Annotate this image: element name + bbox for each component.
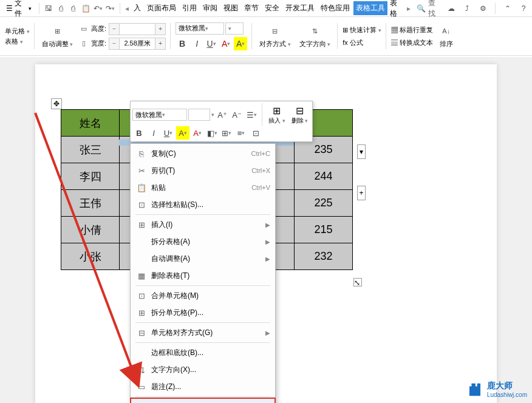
ctx-split-table[interactable]: 拆分表格(A)▶ [131,233,275,250]
tab-view[interactable]: 视图 [221,1,240,15]
align-button[interactable]: ⊟ 对齐方式 [257,21,293,51]
cell-name[interactable]: 小倩 [61,217,120,243]
cell-menu-2[interactable]: 表格 [5,37,30,46]
ctx-text-direction[interactable]: ⇅文字方向(X)... [131,361,275,378]
font-name-select[interactable]: 微软雅黑 [176,22,224,35]
ctx-caption[interactable]: ▭题注(Z)... [131,378,275,395]
ribbon: 单元格 表格 ⊞ 自动调整 ▭ 高度: − + ▯ 宽度: − [0,17,532,56]
ctx-delete-table[interactable]: ▦删除表格(T) [131,267,275,284]
mini-grow-font[interactable]: A⁺ [216,108,229,121]
highlight-button[interactable]: A [234,37,247,50]
ctx-autofit[interactable]: 自动调整(A)▶ [131,250,275,267]
mini-italic[interactable]: I [147,126,160,140]
ctx-cut[interactable]: ✂剪切(T)Ctrl+X [131,162,275,179]
ctx-split-cells[interactable]: ⊞拆分单元格(P)... [131,304,275,321]
cloud-icon[interactable]: ☁ [445,2,457,15]
table-add-column-handle[interactable]: + [357,186,366,200]
mini-highlight[interactable]: A [176,126,189,140]
cell-score[interactable]: 215 [295,217,353,243]
mini-delete[interactable]: ⊟删除 [289,104,311,126]
mini-underline[interactable]: U [162,126,175,140]
mini-merge[interactable]: ⊡ [249,126,262,140]
mini-border[interactable]: ⊞ [220,126,233,140]
ctx-paste-special[interactable]: ⊡选择性粘贴(S)... [131,196,275,213]
height-increase[interactable]: + [155,24,165,35]
tab-references[interactable]: 引用 [180,1,199,15]
italic-button[interactable]: I [190,37,203,50]
file-menu[interactable]: ☰ 文件 ▾ [2,0,35,20]
paste-icon[interactable]: 📋 [80,2,91,15]
tab-security[interactable]: 安全 [262,1,282,15]
ctx-cell-align[interactable]: ⊟单元格对齐方式(G)▶ [131,324,275,341]
ctx-borders[interactable]: 边框和底纹(B)... [131,344,275,361]
tab-page-layout[interactable]: 页面布局 [145,1,179,15]
mini-font-name[interactable]: 微软雅黑 [132,109,187,121]
print-icon[interactable]: ⎙ [68,2,79,15]
font-size-select[interactable] [225,22,244,35]
formula-button[interactable]: fx 公式 [343,38,381,47]
tab-review[interactable]: 审阅 [200,1,220,15]
cell-name[interactable]: 小张 [61,243,120,270]
height-decrease[interactable]: − [109,24,119,35]
mini-font-color[interactable]: A [191,126,204,140]
mini-insert[interactable]: ⊞插入 [266,104,288,126]
ctx-copy[interactable]: ⎘复制(C)Ctrl+C [131,145,275,162]
mini-shrink-font[interactable]: A⁻ [230,108,244,121]
ctx-table-properties[interactable]: ⊞表格属性(R)... [131,398,275,403]
bold-button[interactable]: B [176,37,189,50]
cell-score[interactable]: 244 [295,163,353,190]
tab-table-tools[interactable]: 表格工具 [353,1,387,15]
mini-font-size[interactable] [188,109,210,121]
table-side-handle-top[interactable]: ▾ [357,144,366,159]
share-icon[interactable]: ⤴ [461,2,473,15]
height-input[interactable] [119,24,155,35]
tab-developer[interactable]: 开发工具 [283,1,317,15]
cell-menu-1[interactable]: 单元格 [5,27,30,36]
mini-bold[interactable]: B [132,126,146,140]
header-repeat[interactable]: ▦ 标题行重复 [391,25,433,35]
ctx-caption-label: 题注(Z)... [148,382,270,392]
tab-chapter[interactable]: 章节 [242,1,261,15]
height-spinner[interactable]: − + [109,23,166,35]
tab-scroll-right[interactable]: ▸ [406,4,412,13]
table-resize-handle[interactable]: ⤡ [353,278,362,286]
ctx-paste[interactable]: 📋粘贴Ctrl+V [131,179,275,196]
header-name[interactable]: 姓名 [61,110,120,137]
width-spinner[interactable]: − + [109,38,166,50]
cell-name[interactable]: 李四 [61,163,120,190]
undo-icon[interactable]: ↶ [92,2,103,15]
collapse-icon[interactable]: ⌃ [502,2,514,15]
cell-score[interactable]: 232 [295,243,353,270]
width-decrease[interactable]: − [109,38,119,49]
to-text[interactable]: ▤ 转换成文本 [391,38,433,47]
quick-calc[interactable]: ⊞ 快速计算 [343,25,381,35]
font-color-button[interactable]: A [219,37,233,50]
ctx-merge-cells[interactable]: ⊡合并单元格(M) [131,287,275,304]
settings-icon[interactable]: ⚙ [477,2,489,15]
cell-name[interactable]: 张三 [61,137,120,163]
underline-button[interactable]: U [205,37,218,50]
mini-align[interactable]: ≡ [234,126,248,140]
tab-scroll-left[interactable]: ◂ [124,4,130,13]
ctx-insert[interactable]: ⊞插入(I)▶ [131,216,275,233]
autofit-button[interactable]: ⊞ 自动调整 [39,21,76,51]
table-move-handle[interactable]: ✥ [51,98,62,109]
text-direction-button[interactable]: ⇅ 文字方向 [297,21,333,51]
width-increase[interactable]: + [155,38,165,49]
save-icon[interactable]: 🖫 [43,2,54,15]
sort-button[interactable]: A↓ 排序 [437,21,456,51]
redo-icon[interactable]: ↷ [104,2,115,15]
print-preview-icon[interactable]: ⎙ [55,2,66,15]
mini-lineheight[interactable]: ☰ [245,108,258,121]
search-box[interactable]: 🔍查找 [413,0,444,20]
tab-table-style[interactable]: 表格 [389,0,404,21]
cell-name[interactable]: 王伟 [61,190,120,217]
split-cells-icon: ⊞ [135,308,148,317]
watermark-logo-icon [466,381,483,398]
help-icon[interactable]: ? [517,2,530,15]
cell-score[interactable]: 225 [295,190,353,217]
mini-fill[interactable]: ◧ [205,126,219,140]
tab-special[interactable]: 特色应用 [318,1,352,15]
tab-insert[interactable]: 入 [131,1,143,15]
width-input[interactable] [119,38,155,49]
